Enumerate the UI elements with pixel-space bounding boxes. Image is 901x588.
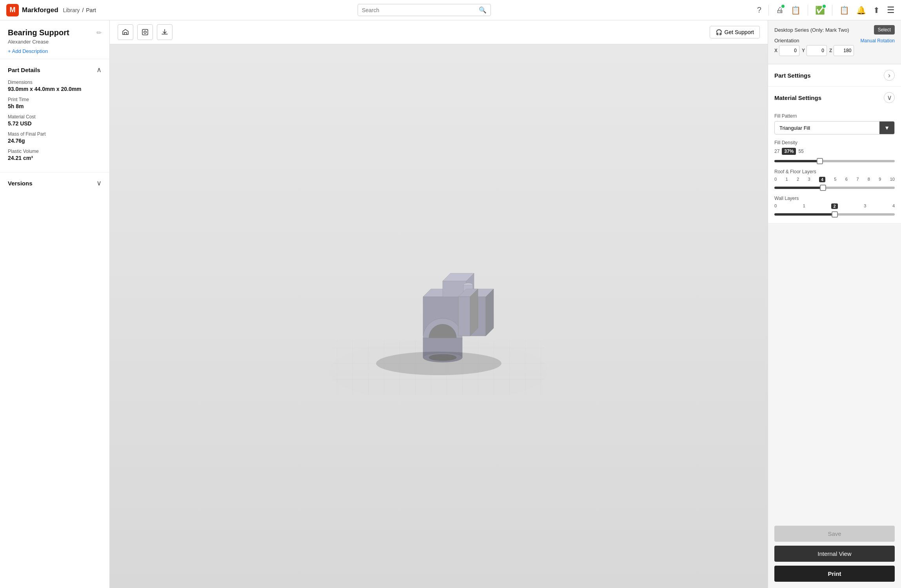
wall-layers-slider[interactable] [774, 213, 895, 216]
material-settings-toggle-button[interactable]: ∨ [884, 92, 895, 103]
fill-density-section: Fill Density 27 37% 55 [774, 140, 895, 163]
main-layout: Bearing Support ✏ Alexander Crease + Add… [0, 20, 901, 588]
wall-layers-current: 2 [831, 203, 837, 209]
mass-value: 24.76g [8, 138, 102, 144]
z-input[interactable] [834, 45, 854, 56]
dimensions-value: 93.0mm x 44.0mm x 20.0mm [8, 86, 102, 92]
plastic-volume-label: Plastic Volume [8, 149, 102, 154]
download-tool-button[interactable] [157, 24, 173, 40]
material-settings-title: Material Settings [774, 94, 821, 101]
part-settings-title: Part Settings [774, 72, 811, 79]
search-input[interactable] [362, 7, 479, 13]
center-area: 🎧 Get Support ▾ Print Jobs [110, 20, 768, 588]
material-settings-header[interactable]: Material Settings ∨ [768, 87, 901, 109]
search-bar: 🔍 [358, 4, 491, 16]
print-time-value: 5h 8m [8, 103, 102, 109]
bell-button[interactable]: 🔔 [856, 5, 866, 15]
mass-item: Mass of Final Part 24.76g [8, 131, 102, 144]
orientation-inputs: X Y Z [774, 45, 895, 56]
part-settings-toggle-button[interactable]: › [884, 70, 895, 81]
printer-alt-button[interactable]: 📋 [791, 5, 801, 15]
y-input[interactable] [807, 45, 827, 56]
orientation-row: Orientation Manual Rotation [774, 38, 895, 44]
roof-floor-current: 4 [819, 177, 825, 182]
view-tool-button[interactable] [137, 24, 153, 40]
svg-marker-6 [486, 289, 494, 336]
internal-view-button[interactable]: Internal View [774, 546, 895, 562]
versions-collapse-button[interactable]: ∨ [96, 179, 102, 187]
breadcrumb: Library / Part [63, 7, 96, 13]
wall-layers-ticks: 0 1 2 3 4 [774, 203, 895, 209]
versions-section: Versions ∨ [0, 172, 109, 194]
svg-marker-20 [470, 289, 478, 336]
nav-icons: ? 🖨 📋 ✅ 📋 🔔 ⬆ ☰ [757, 5, 895, 16]
add-description-link[interactable]: + Add Description [8, 48, 48, 54]
part-settings-header[interactable]: Part Settings › [768, 64, 901, 86]
fill-pattern-dropdown-arrow[interactable]: ▼ [879, 122, 894, 134]
divider-3 [832, 5, 832, 16]
breadcrumb-library[interactable]: Library [63, 7, 80, 13]
fill-pattern-label: Fill Pattern [774, 113, 895, 119]
roof-floor-label: Roof & Floor Layers [774, 169, 895, 174]
part-details-title: Part Details [8, 67, 40, 73]
part-title: Bearing Support [8, 28, 69, 37]
check-button[interactable]: ✅ [815, 5, 825, 15]
fill-density-slider[interactable] [774, 160, 895, 162]
roof-floor-slider[interactable] [774, 187, 895, 189]
part-details-header: Part Details ∧ [8, 65, 102, 74]
part-details-collapse-button[interactable]: ∧ [96, 65, 102, 74]
material-cost-item: Material Cost 5.72 USD [8, 114, 102, 127]
part-3d-view [321, 238, 556, 395]
printer-status-button[interactable]: 🖨 [776, 5, 784, 15]
manual-rotation-link[interactable]: Manual Rotation [861, 38, 895, 44]
breadcrumb-part: Part [86, 7, 96, 13]
clipboard-button[interactable]: 📋 [839, 5, 849, 15]
printer-section: Desktop Series (Only: Mark Two) Select O… [768, 20, 901, 64]
fill-pattern-value: Triangular Fill [775, 122, 879, 134]
print-time-item: Print Time 5h 8m [8, 97, 102, 109]
x-input-group: X [774, 45, 799, 56]
get-support-button[interactable]: 🎧 Get Support [710, 26, 760, 38]
svg-rect-19 [458, 297, 470, 336]
dimensions-item: Dimensions 93.0mm x 44.0mm x 20.0mm [8, 80, 102, 92]
print-time-label: Print Time [8, 97, 102, 102]
part-author: Alexander Crease [8, 39, 102, 45]
material-cost-label: Material Cost [8, 114, 102, 120]
z-axis-label: Z [829, 48, 832, 53]
orientation-tool-button[interactable] [118, 24, 133, 40]
x-axis-label: X [774, 48, 777, 53]
fill-pattern-select: Triangular Fill ▼ [774, 121, 895, 134]
left-panel: Bearing Support ✏ Alexander Crease + Add… [0, 20, 110, 588]
part-details-section: Part Details ∧ Dimensions 93.0mm x 44.0m… [0, 59, 109, 172]
check-status-badge [822, 4, 827, 9]
save-button[interactable]: Save [774, 526, 895, 542]
x-input[interactable] [779, 45, 799, 56]
printer-select-button[interactable]: Select [874, 25, 895, 34]
dimensions-label: Dimensions [8, 80, 102, 85]
y-axis-label: Y [802, 48, 805, 53]
fill-density-current: 37% [782, 148, 796, 155]
printer-status-badge [781, 4, 785, 9]
versions-title: Versions [8, 180, 33, 187]
fill-density-label: Fill Density [774, 140, 895, 145]
material-settings-content: Fill Pattern Triangular Fill ▼ Fill Dens… [768, 113, 901, 223]
edit-icon[interactable]: ✏ [96, 29, 102, 36]
orientation-label: Orientation [774, 38, 861, 44]
print-button[interactable]: Print [774, 566, 895, 582]
right-panel: Desktop Series (Only: Mark Two) Select O… [768, 20, 901, 588]
wall-layers-section: Wall Layers 0 1 2 3 4 [774, 196, 895, 217]
headphone-icon: 🎧 [716, 29, 722, 35]
plastic-volume-item: Plastic Volume 24.21 cm³ [8, 149, 102, 161]
menu-button[interactable]: ☰ [887, 5, 895, 15]
z-input-group: Z [829, 45, 854, 56]
logo-icon: M [6, 4, 19, 16]
upload-button[interactable]: ⬆ [873, 5, 880, 15]
part-title-row: Bearing Support ✏ [8, 28, 102, 37]
3d-viewport[interactable] [110, 44, 768, 588]
material-settings-section: Material Settings ∨ Fill Pattern Triangu… [768, 87, 901, 223]
part-header: Bearing Support ✏ Alexander Crease + Add… [0, 20, 109, 59]
logo-text: Markforged [22, 6, 58, 14]
y-input-group: Y [802, 45, 827, 56]
help-button[interactable]: ? [757, 5, 761, 15]
svg-rect-0 [142, 29, 148, 35]
